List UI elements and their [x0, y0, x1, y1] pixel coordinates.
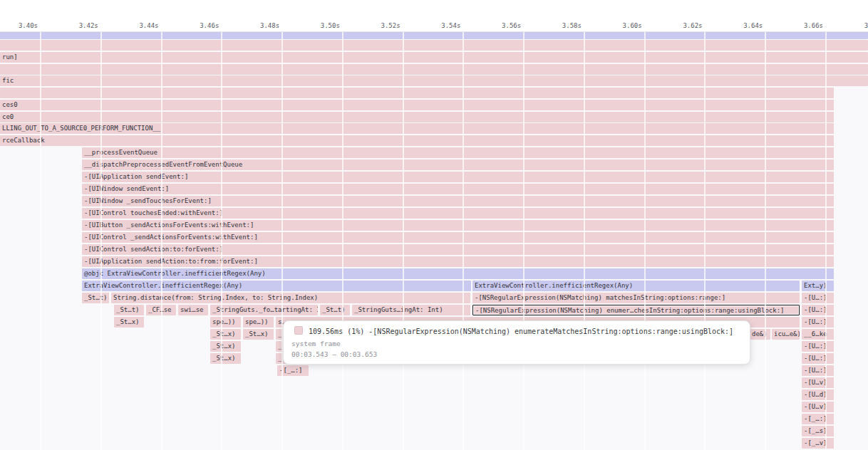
frame-label: _ [278, 355, 281, 362]
toolbar-spacer [0, 0, 868, 20]
frame-box[interactable]: -[U…d] [802, 389, 834, 400]
frame-label: -[UIApplication sendAction:to:from:forEv… [84, 258, 258, 265]
frame-box[interactable]: spe…)) [210, 317, 241, 328]
frame-box[interactable]: spe…)) [243, 317, 274, 328]
frame-label: -[UIControl touchesEnded:withEvent:] [84, 209, 223, 216]
time-tick-label: 3.54s [393, 21, 460, 31]
frame-label: @objc ExtraViewController.inefficientReg… [84, 270, 266, 277]
frame-box[interactable]: ces0 [0, 100, 834, 110]
frame-box[interactable]: -[U…:] [802, 293, 834, 303]
frame-box[interactable]: ExtraViewController.inefficientRegex(Any… [472, 281, 800, 291]
frame-box[interactable]: _St…x) [210, 353, 241, 364]
frame-label: _St…x) [212, 342, 236, 350]
time-ruler[interactable]: 3.40s3.42s3.44s3.46s3.48s3.50s3.52s3.54s… [0, 20, 868, 32]
frame-label: -[U…v] [804, 403, 827, 410]
frame-box[interactable]: _St…t) [82, 293, 109, 303]
frame-label: -[_…v] [804, 439, 827, 446]
frame-box[interactable]: -[_…:] [802, 414, 834, 424]
frame-label: _St…t) [84, 294, 108, 301]
frame-label: de&) [752, 330, 768, 338]
frame-box[interactable]: -[U…:] [802, 305, 834, 315]
time-tick-label: 3.68s [817, 21, 868, 31]
frame-box[interactable]: -[UIControl _sendActionsForEvents:withEv… [82, 232, 834, 243]
frame-box[interactable]: LLING_OUT_TO_A_SOURCE0_PERFORM_FUNCTION_… [0, 123, 834, 134]
time-tick-label: 3.58s [515, 21, 582, 31]
frame-box[interactable]: run] [0, 52, 868, 63]
frame-box[interactable] [0, 64, 868, 75]
frame-box[interactable]: @objc ExtraViewController.inefficientReg… [82, 268, 834, 279]
frame-box[interactable]: -[_…:] [277, 365, 309, 376]
frame-box[interactable]: -[U…:] [802, 353, 834, 364]
frame-box[interactable]: rceCallback [0, 135, 834, 146]
frame-box[interactable]: -[UIControl sendAction:to:forEvent:] [82, 244, 834, 255]
frame-box[interactable]: __dispatchPreprocessedEventFromEventQueu… [82, 159, 834, 170]
frame-box[interactable]: ExtraViewController.inefficientRegex(Any… [82, 281, 471, 291]
frame-box[interactable]: _CF…se [146, 305, 176, 315]
frame-box[interactable]: -[UIWindow _sendTouchesForEvent:] [82, 196, 834, 206]
frame-label: spe…)) [245, 318, 269, 325]
frame-label: __dispatchPreprocessedEventFromEventQueu… [84, 161, 242, 168]
frame-box[interactable]: ce0 [0, 112, 834, 122]
frame-box[interactable]: String.distance(from: String.Index, to: … [111, 293, 470, 303]
frame-box[interactable]: swi…se [178, 305, 208, 315]
frame-label: -[U…d] [804, 391, 827, 398]
frame-label: ExtraViewController.inefficientRegex(Any… [475, 282, 633, 289]
frame-box[interactable]: _St…x) [210, 329, 241, 340]
tooltip-symbol: -[NSRegularExpression(NSMatching) enumer… [368, 328, 733, 335]
frame-label: _St…x) [212, 355, 236, 362]
frame-box[interactable]: _St…x) [114, 317, 144, 328]
tooltip-percent: (1%) [347, 328, 364, 335]
frame-label: _CF…se [148, 306, 172, 313]
frame-color-swatch-icon [294, 326, 303, 335]
frame-label: -[UIControl sendAction:to:forEvent:] [84, 246, 223, 253]
tooltip-title: 109.56ms (1%) -[NSRegularExpression(NSMa… [291, 326, 742, 337]
frame-label: -[_…:] [279, 367, 303, 374]
frame-label: -[_…s] [804, 427, 827, 434]
frame-label: _StringGuts._fo…tartingAt: Int) [212, 306, 318, 313]
frame-label: _StringGuts…ingAt: Int) [354, 306, 443, 313]
frame-box[interactable]: -[NSRegularExpression(NSMatching) matche… [472, 293, 800, 303]
frame-box[interactable]: -[U…:] [802, 341, 834, 352]
frame-label: -[UIApplication sendEvent:] [84, 173, 188, 180]
frame-box[interactable]: -[U…:] [802, 317, 834, 328]
frame-box[interactable]: Ext…y) [802, 281, 834, 291]
time-tick-label: 3.44s [92, 21, 159, 31]
frame-box[interactable]: icu…e&) [772, 329, 800, 340]
frame-box[interactable]: -[UIButton _sendActionsForEvents:withEve… [82, 220, 834, 231]
frame-label: ce0 [2, 113, 14, 120]
frame-label: -[UIButton _sendActionsForEvents:withEve… [84, 221, 254, 229]
frame-box[interactable]: __6…ke [802, 329, 834, 340]
frame-box[interactable]: _St…t) [320, 305, 350, 315]
frame-box[interactable] [0, 31, 868, 39]
frame-box[interactable]: -[UIWindow sendEvent:] [82, 184, 834, 194]
frame-label: -[U…:] [804, 342, 827, 350]
frame-label: __processEventQueue [84, 149, 157, 156]
tooltip-duration: 109.56ms [309, 328, 343, 335]
frame-box[interactable]: _St…x) [210, 341, 241, 352]
frame-box[interactable]: -[_…s] [802, 426, 834, 436]
frame-tooltip: 109.56ms (1%) -[NSRegularExpression(NSMa… [283, 320, 750, 365]
frame-box[interactable]: -[U…v] [802, 402, 834, 412]
frame-box[interactable]: _St…x) [243, 329, 274, 340]
frame-box[interactable]: -[_…v] [802, 438, 834, 449]
frame-label: _St…t) [322, 306, 346, 313]
frame-box[interactable] [0, 88, 834, 98]
frame-box[interactable]: -[UIControl touchesEnded:withEvent:] [82, 208, 834, 219]
frame-box-selected[interactable]: -[NSRegularExpression(NSMatching) enumer… [472, 305, 800, 315]
frame-box[interactable]: -[U…:] [802, 365, 834, 376]
frame-box[interactable]: -[UIApplication sendAction:to:from:forEv… [82, 256, 834, 267]
frame-box[interactable]: _StringGuts…ingAt: Int) [352, 305, 470, 315]
frame-box[interactable]: -[UIApplication sendEvent:] [82, 172, 834, 182]
time-tick-label: 3.60s [575, 21, 642, 31]
time-tick-label: 3.48s [212, 21, 279, 31]
tooltip-time-range: 00:03.543 — 00:03.653 [291, 350, 742, 359]
frame-box[interactable]: de&) [750, 329, 770, 340]
frame-box[interactable]: __processEventQueue [82, 147, 834, 158]
frame-box[interactable]: _StringGuts._fo…tartingAt: Int) [210, 305, 318, 315]
frame-box[interactable]: -[U…v] [802, 377, 834, 388]
time-tick-label: 3.52s [334, 21, 401, 31]
frame-box[interactable]: fic [0, 75, 868, 86]
frame-box[interactable] [0, 40, 868, 51]
frame-label: Ext…y) [804, 282, 827, 289]
frame-box[interactable]: _St…t) [114, 305, 144, 315]
